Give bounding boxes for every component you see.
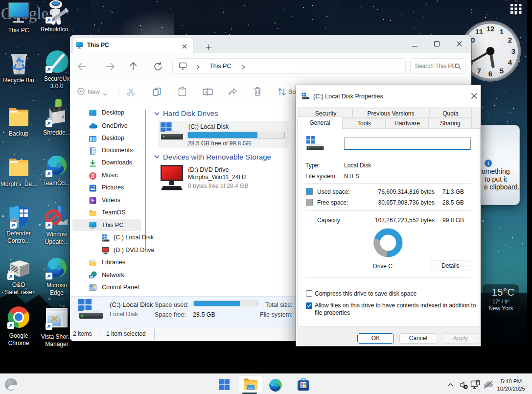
- svg-text:A: A: [205, 90, 208, 94]
- svg-text:7: 7: [477, 67, 481, 75]
- svg-text:3: 3: [511, 47, 515, 55]
- svg-text:12: 12: [486, 24, 495, 33]
- svg-text:5: 5: [500, 67, 504, 75]
- svg-text:1: 1: [500, 27, 504, 36]
- svg-text:11: 11: [475, 27, 483, 36]
- svg-text:6: 6: [488, 70, 492, 78]
- svg-text:2: 2: [508, 36, 512, 44]
- svg-text:4: 4: [508, 58, 512, 67]
